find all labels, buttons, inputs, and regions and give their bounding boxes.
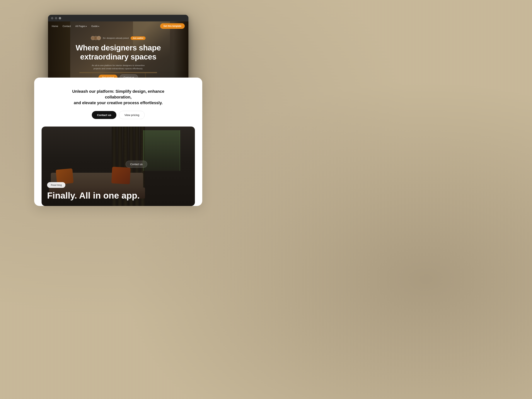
hero-badge: 2k+ designers already joined Join waitli… <box>91 36 146 40</box>
nav-home[interactable]: Home <box>52 25 58 27</box>
hero-title-line1: Where designers shape <box>76 43 161 52</box>
browser-titlebar <box>48 15 188 21</box>
hero-title-line2: extraordinary spaces <box>80 52 157 61</box>
nav-contact[interactable]: Contact <box>63 25 71 27</box>
traffic-lights <box>51 17 61 19</box>
card-tagline: Unleash our platform: Simplify design, e… <box>65 89 172 106</box>
card-image-section: Read blog Finally. All in one app. <box>42 127 195 206</box>
tagline-line1: Unleash our platform: Simplify design, e… <box>72 89 165 99</box>
contact-card-button[interactable]: Contact us <box>92 111 117 119</box>
read-blog-button[interactable]: Read blog <box>47 182 65 188</box>
white-card: Unleash our platform: Simplify design, e… <box>34 78 202 206</box>
hero-title: Where designers shape extraordinary spac… <box>76 43 161 61</box>
traffic-light-green <box>59 17 61 19</box>
hero-subtitle: An all-in-one platform for interior desi… <box>89 64 148 70</box>
view-pricing-button[interactable]: View pricing <box>119 111 145 119</box>
badge-avatars <box>91 36 101 40</box>
nav-all-pages[interactable]: All Pages <box>75 25 87 27</box>
badge-text: 2k+ designers already joined <box>103 37 129 39</box>
card-buttons: Contact us View pricing <box>42 111 195 119</box>
card-image-title: Finally. All in one app. <box>47 191 189 201</box>
join-waitlist-button[interactable]: Join waitlist <box>131 36 146 40</box>
nav-links: Home Contact All Pages Guide <box>52 25 99 27</box>
browser-nav: Home Contact All Pages Guide Get this te… <box>48 21 188 31</box>
traffic-light-yellow <box>55 17 57 19</box>
nav-guide[interactable]: Guide <box>91 25 99 27</box>
contact-us-badge[interactable]: Contact us <box>126 161 147 168</box>
traffic-light-red <box>51 17 53 19</box>
avatar-3 <box>97 36 101 40</box>
get-template-button[interactable]: Get this template <box>160 23 185 29</box>
card-image-overlay: Read blog Finally. All in one app. <box>42 177 195 206</box>
tagline-line2: and elevate your creative process effort… <box>74 101 163 105</box>
